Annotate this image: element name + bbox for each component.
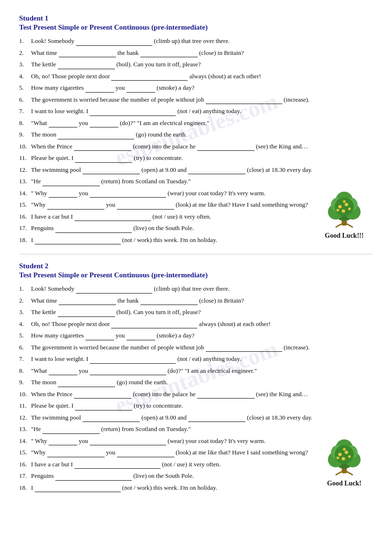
list-item: 4.Oh, no! Those people next door always … [19,319,373,329]
blank [55,480,132,481]
blank [74,398,131,399]
student1-section: eslprintables.com Student 1 Test Present… [19,14,373,244]
list-item: 6.The government is worried because the … [19,343,373,352]
blank [85,340,114,340]
svg-point-28 [342,457,345,460]
list-item: 5.How many cigarettes you (smoke) a day? [19,331,373,340]
blank [111,80,188,81]
blank [49,127,77,127]
blank [197,398,254,399]
blank [42,186,100,186]
blank [47,209,105,210]
blank [58,139,134,139]
blank [49,197,77,198]
blank [140,57,198,57]
svg-point-30 [337,457,339,459]
list-item: 12.The swimming pool (open) at 9.00 and … [19,165,373,175]
tree-icon [323,185,366,228]
student2-title: Test Present Simple or Present Continuou… [19,271,373,279]
list-item: 2.What time the bank (close) in Britain? [19,48,373,58]
blank [55,232,132,233]
blank [188,421,245,422]
list-item: 9.The moon (go) round the earth. [19,378,373,387]
blank [75,162,132,163]
list-item: 3.The kettle (boil). Can you turn it off… [19,307,373,317]
blank [90,363,176,364]
blank [206,104,282,104]
list-item: 10.When the Prince (come) into the palac… [19,142,373,151]
student1-good-luck: Good Luck!!! [316,232,373,240]
list-item: 9.The moon (go) round the earth. [19,130,373,139]
list-item: 13."He (return) from Scotland on Tuesday… [19,424,373,434]
blank [90,375,166,375]
tree-icon2 [323,433,366,476]
list-item: 6.The government is worried because the … [19,95,373,105]
list-item: 3.The kettle (boil). Can you turn it off… [19,60,373,69]
student2-tree-area: Good Luck! [316,433,373,487]
student1-title: Test Present Simple or Present Continuou… [19,23,373,32]
blank [58,387,115,387]
blank [188,174,245,174]
blank [127,92,155,93]
list-item: 5.How many cigarettes you (smoke) a day? [19,83,373,93]
blank [49,445,77,445]
svg-point-31 [343,448,345,451]
svg-point-13 [348,208,350,210]
svg-point-29 [348,455,350,458]
blank [74,468,160,469]
list-item: 8."What you (do)?" "I am an electrical e… [19,118,373,128]
list-item: 11.Please be quiet. I (try) to concentra… [19,153,373,163]
blank [76,293,152,294]
blank [59,305,116,305]
svg-point-11 [345,203,348,206]
blank [90,197,166,198]
blank [90,445,166,445]
svg-point-12 [342,209,345,212]
list-item: 13."He (return) from Scotland on Tuesday… [19,177,373,186]
blank [49,375,77,375]
list-item: 1.Look! Somebody (climb up) that tree ov… [19,284,373,294]
svg-line-17 [336,472,342,475]
blank [42,433,100,434]
blank [111,328,197,328]
blank [58,316,115,317]
blank [127,340,155,340]
svg-point-10 [338,205,341,208]
svg-point-15 [343,200,345,203]
student2-label: Student 2 [19,262,373,270]
blank [76,45,152,46]
blank [197,150,254,151]
blank [83,421,140,422]
blank [206,351,282,352]
list-item: 8."What you (do)?" "I am an electrical e… [19,366,373,376]
list-item: 4.Oh, no! Those people next door always … [19,72,373,81]
blank [74,221,151,221]
list-item: 1.Look! Somebody (climb up) that tree ov… [19,36,373,46]
list-item: 7.I want to lose weight. I (not / eat) a… [19,354,373,364]
blank [74,150,131,151]
svg-point-27 [345,451,348,454]
list-item: 10.When the Prince (come) into the palac… [19,390,373,399]
list-item: 12.The swimming pool (open) at 9.00 and … [19,413,373,422]
blank [58,69,115,69]
blank [47,457,105,457]
section-divider [19,254,373,254]
blank [35,492,121,492]
blank [59,57,116,57]
blank [90,116,176,116]
student1-tree-area: Good Luck!!! [316,185,373,240]
blank [83,174,140,174]
svg-line-2 [347,224,353,227]
svg-line-1 [336,224,342,227]
blank [117,209,174,210]
blank [85,92,114,93]
svg-line-18 [347,472,353,475]
list-item: 2.What time the bank (close) in Britain? [19,296,373,305]
blank [117,457,174,457]
blank [35,244,121,244]
svg-point-14 [337,209,339,211]
student2-section: eslprintables.com Student 2 Test Present… [19,262,373,492]
student1-label: Student 1 [19,14,373,22]
list-item: 7.I want to lose weight. I (not / eat) a… [19,106,373,116]
blank [140,305,198,305]
